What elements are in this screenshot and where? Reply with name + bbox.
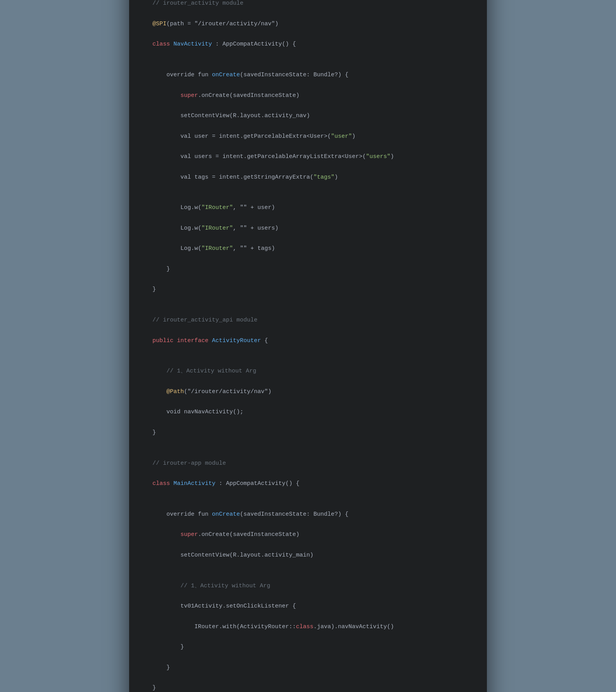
- keyword: class: [152, 480, 173, 487]
- code-text: tv01Activity.setOnClickListener {: [152, 603, 296, 609]
- code-text: val users = intent.getParcelableArrayLis…: [152, 153, 366, 160]
- code-line: }: [152, 285, 467, 295]
- code-line: // irouter_activity module: [152, 0, 467, 9]
- code-text: (savedInstanceState: Bundle?) {: [240, 511, 348, 518]
- class-name: ActivityRouter: [212, 337, 261, 344]
- code-text: [152, 92, 180, 99]
- code-line: super.onCreate(savedInstanceState): [152, 530, 467, 540]
- code-text: : AppCompatActivity() {: [215, 480, 299, 487]
- comment: // irouter_activity module: [152, 0, 243, 7]
- code-line: // irouter_activity_api module: [152, 315, 467, 325]
- code-text: ("/irouter/activity/nav"): [184, 388, 271, 395]
- string-literal: "user": [331, 133, 352, 140]
- code-line: setContentView(R.layout.activity_main): [152, 550, 467, 560]
- code-text: ): [390, 153, 394, 160]
- code-window: // irouter_activity module @SPI(path = "…: [129, 0, 487, 692]
- code-line: override fun onCreate(savedInstanceState…: [152, 509, 467, 520]
- keyword: class: [296, 624, 313, 630]
- code-line: }: [152, 642, 467, 652]
- keyword: super: [180, 92, 198, 99]
- code-line: Log.w("IRouter", "" + users): [152, 223, 467, 234]
- code-text: override fun: [152, 72, 212, 78]
- code-line: }: [152, 264, 467, 274]
- code-text: , "" + users): [233, 225, 278, 232]
- code-text: : AppCompatActivity() {: [212, 41, 296, 47]
- code-line: Log.w("IRouter", "" + user): [152, 203, 467, 213]
- code-text: val tags = intent.getStringArrayExtra(: [152, 174, 313, 181]
- code-text: }: [152, 429, 156, 436]
- code-line: super.onCreate(savedInstanceState): [152, 91, 467, 101]
- code-text: setContentView(R.layout.activity_nav): [152, 112, 310, 119]
- code-text: ): [352, 133, 355, 140]
- code-line: val user = intent.getParcelableExtra<Use…: [152, 132, 467, 142]
- code-text: override fun: [152, 511, 212, 518]
- code-text: .onCreate(savedInstanceState): [198, 531, 299, 538]
- function-name: onCreate: [212, 72, 240, 78]
- code-text: Log.w(: [152, 204, 201, 211]
- code-text: void navNavActivity();: [152, 409, 243, 415]
- code-text: }: [152, 266, 170, 272]
- code-line: setContentView(R.layout.activity_nav): [152, 111, 467, 121]
- comment: // 1、Activity without Arg: [152, 583, 270, 589]
- code-line: // 1、Activity without Arg: [152, 366, 467, 376]
- code-text: setContentView(R.layout.activity_main): [152, 552, 313, 559]
- code-text: (path = "/irouter/activity/nav"): [166, 21, 278, 27]
- code-text: }: [152, 286, 156, 293]
- code-line: }: [152, 428, 467, 438]
- code-line: Log.w("IRouter", "" + tags): [152, 244, 467, 254]
- code-text: , "" + user): [233, 204, 275, 211]
- code-line: // irouter-app module: [152, 458, 467, 469]
- string-literal: "IRouter": [201, 204, 233, 211]
- string-literal: "IRouter": [201, 245, 233, 252]
- annotation: @SPI: [152, 21, 166, 27]
- code-text: [152, 531, 180, 538]
- string-literal: "tags": [313, 174, 334, 181]
- code-text: IRouter.with(ActivityRouter::: [152, 624, 296, 630]
- comment: // irouter_activity_api module: [152, 317, 257, 323]
- code-text: , "" + tags): [233, 245, 275, 252]
- code-text: }: [152, 644, 184, 650]
- code-line: @Path("/irouter/activity/nav"): [152, 387, 467, 397]
- class-name: NavActivity: [173, 41, 212, 47]
- code-text: .onCreate(savedInstanceState): [198, 92, 299, 99]
- keyword: class: [152, 41, 173, 47]
- keyword: super: [180, 531, 198, 538]
- comment: // irouter-app module: [152, 460, 226, 467]
- code-line: @SPI(path = "/irouter/activity/nav"): [152, 19, 467, 29]
- code-line: }: [152, 683, 467, 692]
- string-literal: "IRouter": [201, 225, 233, 232]
- code-line: }: [152, 663, 467, 673]
- code-line: class MainActivity : AppCompatActivity()…: [152, 479, 467, 489]
- comment: // 1、Activity without Arg: [152, 368, 256, 374]
- code-line: IRouter.with(ActivityRouter::class.java)…: [152, 622, 467, 632]
- code-text: val user = intent.getParcelableExtra<Use…: [152, 133, 331, 140]
- code-text: {: [261, 337, 268, 344]
- code-line: // 1、Activity without Arg: [152, 581, 467, 591]
- code-text: (savedInstanceState: Bundle?) {: [240, 72, 348, 78]
- code-line: val tags = intent.getStringArrayExtra("t…: [152, 172, 467, 183]
- code-text: Log.w(: [152, 245, 201, 252]
- code-text: .java).navNavActivity(): [313, 624, 394, 630]
- code-text: }: [152, 685, 156, 691]
- annotation: @Path: [152, 388, 184, 395]
- function-name: onCreate: [212, 511, 240, 518]
- code-line: void navNavActivity();: [152, 407, 467, 417]
- code-text: ): [334, 174, 338, 181]
- code-line: override fun onCreate(savedInstanceState…: [152, 70, 467, 80]
- class-name: MainActivity: [173, 480, 215, 487]
- code-line: tv01Activity.setOnClickListener {: [152, 601, 467, 611]
- code-line: public interface ActivityRouter {: [152, 336, 467, 346]
- code-editor: // irouter_activity module @SPI(path = "…: [129, 0, 487, 692]
- code-line: val users = intent.getParcelableArrayLis…: [152, 152, 467, 162]
- string-literal: "users": [366, 153, 390, 160]
- code-text: }: [152, 664, 170, 671]
- keyword: public interface: [152, 337, 212, 344]
- code-text: Log.w(: [152, 225, 201, 232]
- code-line: class NavActivity : AppCompatActivity() …: [152, 39, 467, 49]
